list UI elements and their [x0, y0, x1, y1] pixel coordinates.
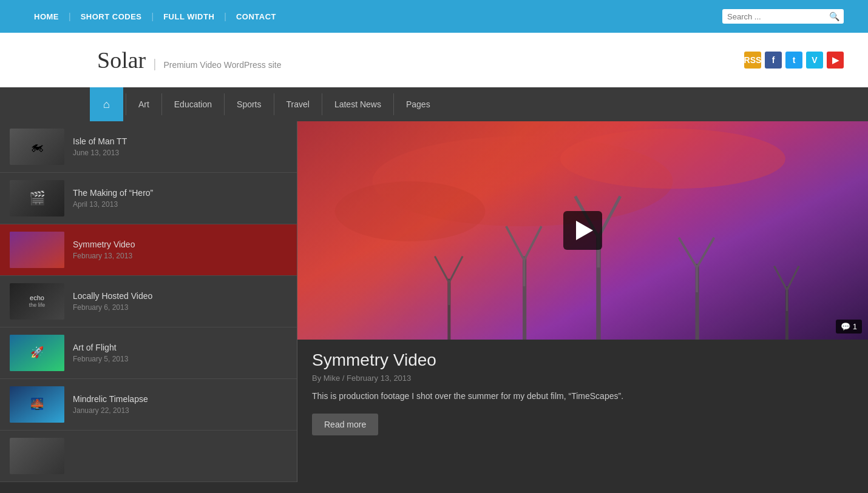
- sidebar-title-1: The Making of “Hero”: [73, 188, 153, 198]
- sidebar-date-0: June 13, 2013: [73, 149, 127, 157]
- site-tagline: Premium Video WordPress site: [163, 60, 281, 70]
- sidebar-date-1: April 13, 2013: [73, 200, 153, 209]
- logo-separator: |: [153, 57, 156, 71]
- sidebar-item-4[interactable]: 🚀 Art of Flight February 5, 2013: [0, 327, 297, 379]
- sidebar-date-2: February 13, 2013: [73, 252, 135, 260]
- sidebar-thumb-1: [10, 180, 64, 216]
- sidebar-info-1: The Making of “Hero” April 13, 2013: [73, 188, 153, 209]
- site-header: Solar | Premium Video WordPress site RSS…: [0, 33, 868, 87]
- sidebar-title-4: Art of Flight: [73, 343, 128, 352]
- social-icons: RSS f t V ▶: [744, 52, 844, 69]
- video-description: This is production footage I shot over t…: [312, 390, 853, 403]
- sidebar-info-2: Symmetry Video February 13, 2013: [73, 240, 135, 260]
- rss-icon[interactable]: RSS: [744, 52, 761, 69]
- nav-contact[interactable]: CONTACT: [226, 12, 286, 21]
- sidebar-item-3[interactable]: echothe life Locally Hosted Video Februa…: [0, 276, 297, 327]
- video-meta: By Mike / February 13, 2013: [312, 374, 853, 383]
- sidebar: Isle of Man TT June 13, 2013 The Making …: [0, 121, 297, 482]
- sidebar-thumb-6: [10, 438, 64, 474]
- nav-secondary-home[interactable]: ⌂: [90, 87, 123, 121]
- nav-full-width[interactable]: FULL WIDTH: [154, 12, 224, 21]
- nav-secondary-latest-news[interactable]: Latest News: [322, 87, 393, 121]
- sidebar-title-2: Symmetry Video: [73, 240, 135, 249]
- top-navigation: HOME | SHORT CODES | FULL WIDTH | CONTAC…: [24, 12, 286, 21]
- sidebar-thumb-4: 🚀: [10, 335, 64, 371]
- sidebar-info-4: Art of Flight February 5, 2013: [73, 343, 128, 363]
- sidebar-info-0: Isle of Man TT June 13, 2013: [73, 136, 127, 157]
- search-input[interactable]: [727, 12, 829, 21]
- comment-count: 1: [853, 322, 857, 331]
- nav-secondary-education[interactable]: Education: [162, 87, 224, 121]
- sidebar-thumb-5: 🌉: [10, 386, 64, 423]
- nav-home[interactable]: HOME: [24, 12, 69, 21]
- video-container[interactable]: 💬 1: [297, 121, 868, 340]
- read-more-button[interactable]: Read more: [312, 414, 378, 435]
- sidebar-item-1[interactable]: The Making of “Hero” April 13, 2013: [0, 173, 297, 224]
- twitter-icon[interactable]: t: [785, 52, 802, 69]
- sidebar-item-0[interactable]: Isle of Man TT June 13, 2013: [0, 121, 297, 173]
- main-content: Isle of Man TT June 13, 2013 The Making …: [0, 121, 868, 482]
- comment-icon: 💬: [841, 322, 850, 331]
- video-title: Symmetry Video: [312, 350, 853, 370]
- search-box[interactable]: 🔍: [722, 9, 844, 24]
- sidebar-title-5: Mindrelic Timelapse: [73, 394, 148, 404]
- sidebar-thumb-3: echothe life: [10, 283, 64, 320]
- sidebar-title-0: Isle of Man TT: [73, 136, 127, 146]
- sidebar-date-5: January 22, 2013: [73, 406, 148, 415]
- sidebar-info-3: Locally Hosted Video February 6, 2013: [73, 291, 152, 312]
- sidebar-title-3: Locally Hosted Video: [73, 291, 152, 301]
- nav-secondary-art[interactable]: Art: [126, 87, 161, 121]
- sidebar-date-4: February 5, 2013: [73, 355, 128, 363]
- video-area: 💬 1 Symmetry Video By Mike / February 13…: [297, 121, 868, 482]
- search-icon: 🔍: [829, 12, 839, 21]
- video-overlay[interactable]: [297, 121, 868, 340]
- svg-rect-0: [10, 232, 64, 268]
- comment-badge: 💬 1: [836, 320, 862, 334]
- sidebar-item-6[interactable]: [0, 431, 297, 482]
- secondary-navigation: ⌂ Art Education Sports Travel Latest New…: [0, 87, 868, 121]
- svg-text:🚀: 🚀: [30, 346, 44, 359]
- vimeo-icon[interactable]: V: [806, 52, 823, 69]
- nav-secondary-pages[interactable]: Pages: [394, 87, 442, 121]
- site-logo[interactable]: Solar: [97, 47, 146, 73]
- nav-short-codes[interactable]: SHORT CODES: [71, 12, 152, 21]
- video-info: Symmetry Video By Mike / February 13, 20…: [297, 340, 868, 446]
- play-button[interactable]: [563, 211, 602, 250]
- nav-secondary-sports[interactable]: Sports: [225, 87, 273, 121]
- svg-text:🌉: 🌉: [30, 397, 44, 411]
- sidebar-info-5: Mindrelic Timelapse January 22, 2013: [73, 394, 148, 415]
- sidebar-thumb-2: [10, 232, 64, 268]
- sidebar-item-5[interactable]: 🌉 Mindrelic Timelapse January 22, 2013: [0, 379, 297, 431]
- sidebar-item-2[interactable]: Symmetry Video February 13, 2013: [0, 224, 297, 276]
- nav-secondary-travel[interactable]: Travel: [274, 87, 322, 121]
- top-bar: HOME | SHORT CODES | FULL WIDTH | CONTAC…: [0, 0, 868, 33]
- sidebar-date-3: February 6, 2013: [73, 303, 152, 312]
- logo-area: Solar | Premium Video WordPress site: [97, 47, 281, 73]
- play-triangle-icon: [576, 221, 593, 240]
- youtube-icon[interactable]: ▶: [827, 52, 844, 69]
- echo-text: echothe life: [29, 293, 46, 309]
- sidebar-thumb-0: [10, 129, 64, 165]
- facebook-icon[interactable]: f: [765, 52, 782, 69]
